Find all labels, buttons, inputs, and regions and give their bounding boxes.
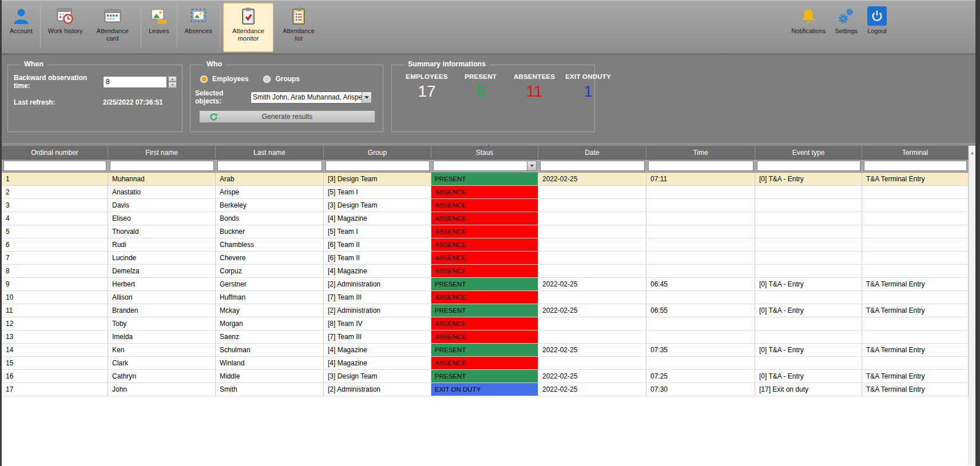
logout-button[interactable]: Logout: [862, 3, 892, 52]
table-row[interactable]: 10AllisonHuffman[7] Team IIIABSENCE: [2, 291, 969, 304]
status-cell: ABSENCE: [431, 212, 538, 225]
cell-time: 06:55: [646, 304, 755, 317]
notifications-button[interactable]: Notifications: [787, 3, 830, 52]
column-header-terminal[interactable]: Terminal: [862, 146, 969, 159]
cell-group: [7] Team III: [324, 291, 431, 304]
column-header-event-type[interactable]: Event type: [755, 146, 862, 159]
spinner-down-icon[interactable]: ▼: [168, 82, 177, 88]
table-row[interactable]: 6RudiChambless[6] Team IIABSENCE: [2, 238, 969, 252]
groups-radio-label[interactable]: Groups: [275, 75, 300, 83]
cell-first: Ken: [108, 344, 216, 357]
filter-input-date[interactable]: [540, 161, 645, 171]
filter-input-first-name[interactable]: [110, 161, 214, 171]
filter-input-time[interactable]: [648, 161, 753, 171]
table-row[interactable]: 16CathrynMiddle[3] Design TeamPRESENT202…: [2, 370, 969, 383]
attendance-list-button[interactable]: Attendance list: [273, 3, 324, 52]
filter-input-last-name[interactable]: [217, 161, 322, 171]
chevron-down-icon: [530, 165, 534, 167]
column-header-ordinal-number[interactable]: Ordinal number: [2, 146, 108, 159]
combobox-dropdown-button[interactable]: [362, 92, 371, 103]
filter-input-ordinal-number[interactable]: [3, 161, 106, 171]
ribbon-left-group: Account Work history Attendance card: [5, 3, 324, 52]
table-row[interactable]: 14KenSchulman[4] MagazinePRESENT2022-02-…: [2, 344, 969, 357]
cell-event: [0] T&A - Entry: [755, 304, 862, 317]
summary-groupbox: Summary informations EMPLOYEES 17 PRESEN…: [391, 65, 595, 132]
cell-time: [646, 330, 755, 344]
column-header-date[interactable]: Date: [538, 146, 646, 159]
cell-first: Demelza: [108, 265, 216, 278]
cell-last: Arab: [216, 173, 324, 186]
column-header-group[interactable]: Group: [324, 146, 431, 159]
status-cell: ABSENCE: [431, 265, 538, 278]
leaves-button[interactable]: Leaves: [144, 3, 174, 52]
absences-button[interactable]: Absences: [180, 3, 217, 52]
vertical-scrollbar[interactable]: ▲: [969, 146, 975, 465]
cell-date: [538, 357, 646, 370]
cell-first: Davis: [108, 199, 216, 212]
table-row[interactable]: 13ImeldaSaenz[7] Team IIIABSENCE: [2, 330, 969, 344]
ribbon-separator: [141, 5, 141, 47]
table-row[interactable]: 3DavisBerkeley[3] Design TeamABSENCE: [2, 199, 969, 212]
cell-time: 07:11: [646, 173, 755, 186]
power-icon: [867, 6, 887, 26]
table-row[interactable]: 8DemelzaCorpuz[4] MagazineABSENCE: [2, 265, 969, 278]
column-header-last-name[interactable]: Last name: [216, 146, 324, 159]
filter-input-group[interactable]: [326, 161, 430, 171]
cell-last: Morgan: [216, 317, 324, 330]
attendance-monitor-icon: [239, 6, 258, 26]
last-refresh-value: 2/25/2022 07:36:51: [103, 98, 163, 106]
cell-event: [755, 291, 862, 304]
status-filter-dropdown-button[interactable]: [527, 161, 537, 171]
settings-button[interactable]: Settings: [830, 3, 862, 52]
work-history-button[interactable]: Work history: [43, 3, 88, 52]
account-button[interactable]: Account: [5, 3, 37, 52]
attendance-card-button[interactable]: Attendance card: [88, 3, 138, 52]
ribbon-separator: [177, 5, 177, 47]
table-row[interactable]: 15ClarkWinland[4] MagazineABSENCE: [2, 357, 969, 370]
filter-cell-first-name: [108, 160, 216, 172]
table-row[interactable]: 9HerbertGerstner[2] AdministrationPRESEN…: [2, 278, 969, 291]
column-header-time[interactable]: Time: [646, 146, 755, 159]
table-row[interactable]: 1MuhannadArab[3] Design TeamPRESENT2022-…: [2, 173, 969, 186]
generate-results-button[interactable]: Generate results: [199, 110, 375, 123]
groups-radio[interactable]: [263, 75, 271, 83]
cell-date: [538, 225, 646, 238]
table-row[interactable]: 5ThorvaldBuckner[5] Team IABSENCE: [2, 225, 969, 238]
filter-input-terminal[interactable]: [864, 161, 967, 171]
column-header-first-name[interactable]: First name: [108, 146, 216, 159]
column-header-staus[interactable]: Staus: [431, 146, 538, 159]
table-row[interactable]: 12TobyMorgan[8] Team IVABSENCE: [2, 317, 969, 330]
filter-cell-time: [646, 160, 755, 172]
table-row[interactable]: 17JohnSmith[2] AdministrationEXIT ON DUT…: [2, 383, 969, 396]
attendance-list-label: Attendance list: [278, 27, 319, 42]
table-row[interactable]: 7LucindeChevere[6] Team IIABSENCE: [2, 252, 969, 265]
table-row[interactable]: 2AnastatioArispe[5] Team IABSENCE: [2, 186, 969, 199]
employees-radio[interactable]: [200, 75, 208, 83]
cell-group: [7] Team III: [324, 330, 431, 344]
cell-terminal: T&A Terminal Entry: [862, 304, 969, 317]
summary-stats: EMPLOYEES 17 PRESENT 5 ABSENTEES 11 EXIT…: [400, 73, 594, 101]
cell-first: Branden: [108, 304, 216, 317]
backward-observation-input[interactable]: [103, 76, 167, 88]
attendance-monitor-button[interactable]: Attendance monitor: [223, 3, 273, 52]
cell-date: [538, 212, 646, 225]
employees-radio-label[interactable]: Employees: [212, 75, 248, 83]
cell-ordinal: 13: [2, 330, 108, 344]
cell-ordinal: 16: [2, 370, 108, 383]
cell-group: [4] Magazine: [324, 212, 431, 225]
selected-objects-combobox[interactable]: Smith John, Arab Muhannad, Arispe An: [251, 91, 372, 103]
filter-input-staus[interactable]: [433, 161, 527, 171]
table-row[interactable]: 11BrandenMckay[2] AdministrationPRESENT2…: [2, 304, 969, 317]
spinner-up-icon[interactable]: ▲: [168, 76, 177, 82]
cell-date: 2022-02-25: [538, 383, 646, 396]
cell-date: [538, 265, 646, 278]
status-cell: ABSENCE: [431, 317, 538, 330]
cell-date: [538, 252, 646, 265]
backward-observation-spinner[interactable]: ▲ ▼: [168, 76, 177, 88]
table-row[interactable]: 4EliseoBonds[4] MagazineABSENCE: [2, 212, 969, 225]
filter-input-event-type[interactable]: [757, 161, 860, 171]
scroll-up-icon[interactable]: ▲: [970, 150, 975, 156]
cell-first: Rudi: [108, 238, 216, 252]
cell-ordinal: 5: [2, 225, 108, 238]
cell-event: [17] Exit on duty: [755, 383, 862, 396]
